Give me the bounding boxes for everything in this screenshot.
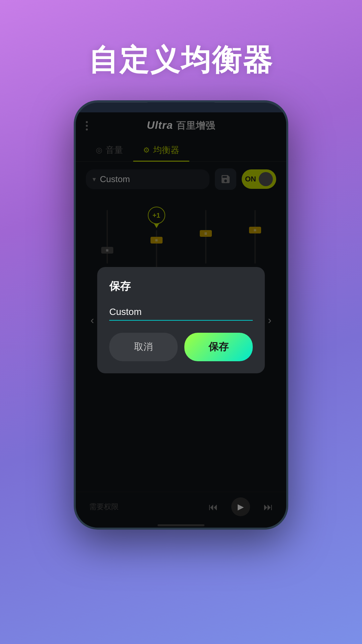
dialog-title: 保存	[109, 279, 253, 294]
cancel-button[interactable]: 取消	[109, 333, 178, 361]
phone-screen: Ultra 百里增强 ◎ 音量 ⚙ 均衡器 ▾ Custom	[76, 112, 286, 528]
phone-frame: Ultra 百里增强 ◎ 音量 ⚙ 均衡器 ▾ Custom	[74, 100, 288, 530]
dialog-input-wrapper	[109, 304, 253, 321]
phone-notch	[147, 102, 215, 112]
dialog-arrow-right: ›	[268, 314, 272, 326]
dialog-arrow-left: ‹	[90, 314, 94, 326]
dialog-name-input[interactable]	[109, 304, 253, 321]
dialog-box: ‹ › 保存 取消 保存	[97, 267, 265, 373]
dialog-buttons: 取消 保存	[109, 333, 253, 361]
page-title-text: 自定义均衡器	[88, 40, 274, 80]
dialog-overlay: ‹ › 保存 取消 保存	[76, 112, 286, 528]
confirm-save-button[interactable]: 保存	[184, 333, 253, 361]
